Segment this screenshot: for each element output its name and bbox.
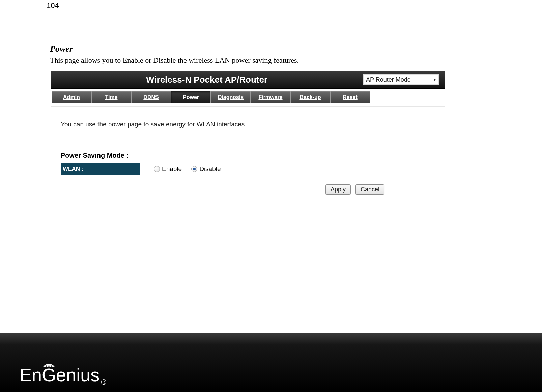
router-title: Wireless-N Pocket AP/Router xyxy=(51,74,363,85)
footer-bar: EnG enius® xyxy=(0,333,542,392)
registered-mark: ® xyxy=(101,379,106,386)
tab-firmware[interactable]: Firmware xyxy=(251,91,291,103)
radio-enable-label: Enable xyxy=(162,165,182,173)
setting-row-wlan: WLAN : Enable Disable xyxy=(61,163,277,175)
setting-row-label: WLAN : xyxy=(61,163,140,175)
radio-enable[interactable]: Enable xyxy=(154,165,182,173)
tab-admin[interactable]: Admin xyxy=(52,91,92,103)
tab-backup[interactable]: Back-up xyxy=(291,91,331,103)
info-text: You can use the power page to save energ… xyxy=(61,121,435,128)
wlan-radio-group: Enable Disable xyxy=(140,165,221,173)
router-admin-screenshot: Wireless-N Pocket AP/Router AP Router Mo… xyxy=(51,71,445,205)
brand-logo: EnG enius® xyxy=(20,366,105,384)
radio-icon xyxy=(154,166,160,172)
mode-select-value: AP Router Mode xyxy=(366,76,411,83)
tab-diagnosis[interactable]: Diagnosis xyxy=(211,91,251,103)
page-number: 104 xyxy=(47,1,59,10)
tab-reset[interactable]: Reset xyxy=(331,91,370,103)
tab-time[interactable]: Time xyxy=(92,91,132,103)
mode-select[interactable]: AP Router Mode ▼ xyxy=(363,74,439,85)
button-row: Apply Cancel xyxy=(61,184,384,195)
tab-ddns[interactable]: DDNS xyxy=(132,91,171,103)
chevron-down-icon: ▼ xyxy=(433,77,437,82)
cancel-button[interactable]: Cancel xyxy=(355,184,384,195)
section-title: Power xyxy=(50,44,73,54)
radio-icon xyxy=(191,166,197,172)
setting-group-label: Power Saving Mode : xyxy=(61,152,435,159)
apply-button[interactable]: Apply xyxy=(325,184,351,195)
router-content: You can use the power page to save energ… xyxy=(51,107,445,205)
tab-bar: Admin Time DDNS Power Diagnosis Firmware… xyxy=(51,89,445,107)
router-topbar: Wireless-N Pocket AP/Router AP Router Mo… xyxy=(51,71,445,89)
tab-power[interactable]: Power xyxy=(171,91,211,103)
wifi-icon xyxy=(42,360,56,368)
radio-disable[interactable]: Disable xyxy=(191,165,221,173)
section-description: This page allows you to Enable or Disabl… xyxy=(50,56,299,65)
radio-disable-label: Disable xyxy=(199,165,221,173)
